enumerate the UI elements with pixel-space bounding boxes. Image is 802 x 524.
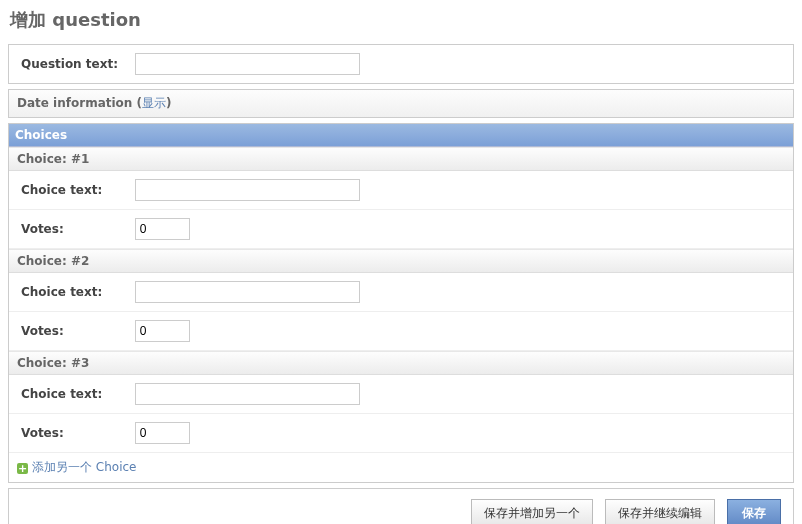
question-text-input[interactable]: [135, 53, 360, 75]
save-button[interactable]: 保存: [727, 499, 781, 524]
question-text-label: Question text:: [21, 57, 131, 71]
votes-row-1: Votes:: [9, 210, 793, 249]
question-module: Question text:: [8, 44, 794, 84]
choice-text-label-3: Choice text:: [21, 387, 131, 401]
choice-text-input-3[interactable]: [135, 383, 360, 405]
save-add-another-button[interactable]: 保存并增加另一个: [471, 499, 593, 524]
votes-input-1[interactable]: [135, 218, 190, 240]
add-another-choice-link[interactable]: +添加另一个 Choice: [17, 460, 136, 474]
submit-row: 保存并增加另一个 保存并继续编辑 保存: [8, 488, 794, 524]
choices-section-title: Choices: [9, 124, 793, 147]
question-text-row: Question text:: [9, 45, 793, 83]
add-another-choice-label: 添加另一个 Choice: [32, 460, 136, 474]
votes-row-2: Votes:: [9, 312, 793, 351]
votes-label-2: Votes:: [21, 324, 131, 338]
choice-header-1: Choice: #1: [9, 147, 793, 171]
choice-header-2: Choice: #2: [9, 249, 793, 273]
choice-text-label-2: Choice text:: [21, 285, 131, 299]
choice-text-row-2: Choice text:: [9, 273, 793, 312]
choice-text-label-1: Choice text:: [21, 183, 131, 197]
date-info-bar: Date information (显示): [8, 89, 794, 118]
date-info-toggle-link[interactable]: 显示: [142, 96, 166, 110]
plus-icon: +: [17, 463, 28, 474]
choice-header-3: Choice: #3: [9, 351, 793, 375]
choice-text-input-1[interactable]: [135, 179, 360, 201]
votes-label-1: Votes:: [21, 222, 131, 236]
votes-row-3: Votes:: [9, 414, 793, 453]
votes-label-3: Votes:: [21, 426, 131, 440]
add-another-row: +添加另一个 Choice: [9, 453, 793, 482]
choices-module: Choices Choice: #1 Choice text: Votes: C…: [8, 123, 794, 483]
page-title: 增加 question: [10, 8, 794, 32]
save-continue-button[interactable]: 保存并继续编辑: [605, 499, 715, 524]
votes-input-2[interactable]: [135, 320, 190, 342]
choice-text-input-2[interactable]: [135, 281, 360, 303]
date-info-title: Date information: [17, 96, 132, 110]
choice-text-row-3: Choice text:: [9, 375, 793, 414]
votes-input-3[interactable]: [135, 422, 190, 444]
choice-text-row-1: Choice text:: [9, 171, 793, 210]
